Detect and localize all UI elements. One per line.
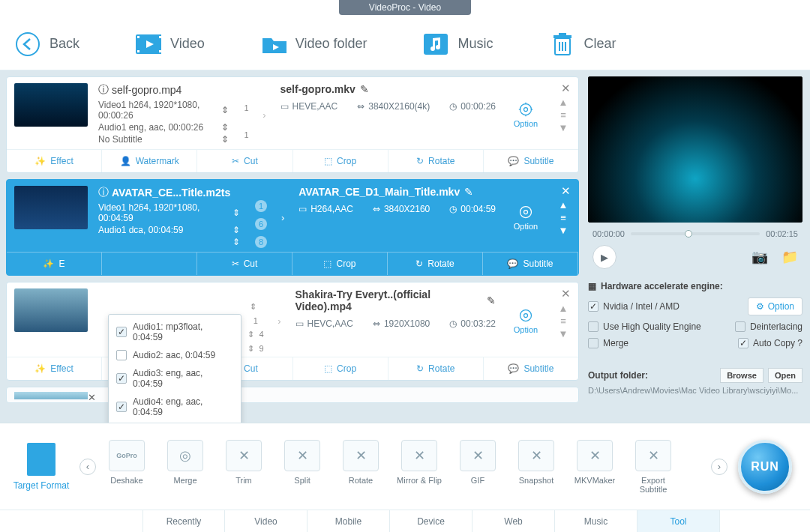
tool-label: Trim [236,476,252,485]
browse-button[interactable]: Browse [720,368,764,383]
edit-icon[interactable]: ✎ [464,186,473,198]
codec-option-button[interactable]: Option [506,288,545,354]
hw-option-button[interactable]: ⚙Option [748,297,802,315]
video-item[interactable]: ✕ ⇕ 1⇕ 4⇕ 9 › Shakira-Try Everyt..(offic… [6,282,579,381]
video-item-selected[interactable]: ✕ ⓘAVATAR_CE...Title.m2ts Video1 h264, 1… [6,179,579,276]
video-item-peek[interactable]: ✕ [6,387,579,403]
stepper-icon[interactable]: ⇕ [232,237,240,247]
tab-web[interactable]: Web [472,510,555,532]
codec-option-button[interactable]: Option [506,186,545,249]
open-folder-icon[interactable]: 📁 [782,249,798,265]
tool-mirror-flip[interactable]: ✕Mirror & Flip [393,440,446,494]
back-button[interactable]: Back [15,31,80,57]
tool-mkvmaker[interactable]: ✕MKVMaker [568,440,621,494]
resolution-value: 1920X1080 [384,318,430,329]
close-icon[interactable]: ✕ [88,392,96,398]
merge-checkbox[interactable] [588,338,598,348]
crop-button[interactable]: ⬚Crop [293,357,388,380]
crop-button[interactable]: ⬚Crop [292,253,388,275]
video-preview[interactable] [588,76,802,223]
close-icon[interactable]: ✕ [561,184,571,198]
gpu-checkbox[interactable]: ✓ [588,301,598,312]
tab-mobile[interactable]: Mobile [308,510,390,532]
watermark-button[interactable] [102,253,197,275]
add-video-folder-button[interactable]: + Video folder [261,31,368,57]
cut-button[interactable]: ✂Cut [197,150,292,172]
arrow-icon: › [278,186,288,249]
rotate-button[interactable]: ↻Rotate [388,253,483,275]
edit-icon[interactable]: ✎ [487,294,496,306]
tab-tool[interactable]: Tool [638,510,720,532]
seek-knob[interactable] [685,230,692,238]
watermark-button[interactable]: 👤Watermark [102,150,197,172]
codec-option-button[interactable]: Option [506,83,545,146]
back-label: Back [50,36,80,52]
subtitle-button[interactable]: 💬Subtitle [483,253,578,275]
rotate-button[interactable]: ↻Rotate [388,357,484,380]
audio-option[interactable]: Audio2: aac, 0:04:59 [109,346,241,364]
output-filename: self-gopro.mkv [280,83,356,95]
tab-music[interactable]: Music [555,510,638,532]
audio-option[interactable]: ✓Audio3: eng, aac, 0:04:59 [109,364,241,393]
autocopy-checkbox[interactable]: ✓ [738,338,748,348]
play-button[interactable]: ▶ [592,245,616,269]
info-icon[interactable]: ⓘ [98,186,109,199]
audio-option[interactable]: ✓Audio1: mp3float, 0:04:59 [109,318,241,346]
audio-stream-info: Audio1 eng, aac, 00:00:26 [98,122,203,133]
tab-recently[interactable]: Recently [142,510,225,532]
hq-checkbox[interactable] [588,321,598,332]
close-icon[interactable]: ✕ [561,82,571,95]
tab-video[interactable]: Video [225,510,308,532]
clear-button[interactable]: Clear [550,31,616,57]
output-info: self-gopro.mkv ✎ ▭HEVE,AAC ⇔3840X2160(4k… [280,83,496,146]
edit-icon[interactable]: ✎ [360,83,369,95]
audio-option[interactable]: Audio5: aac, 0:04:59 [109,421,241,423]
info-icon[interactable]: ⓘ [98,83,109,97]
target-format[interactable]: Target Format [8,443,75,491]
tool-deshake[interactable]: GoProDeshake [100,440,153,494]
crop-button[interactable]: ⬚Crop [293,150,388,172]
stepper-icon[interactable]: ⇕ [232,208,240,218]
stepper-icon[interactable]: ⇕ [232,225,240,235]
stepper-icon[interactable]: ⇕ [221,105,229,115]
tool-rotate[interactable]: ✕Rotate [334,440,387,494]
seek-track[interactable] [631,232,760,235]
svg-point-25 [524,314,528,318]
scroll-right-button[interactable]: › [711,459,728,475]
effect-button[interactable]: ✨Effect [7,357,102,380]
codec-icon: ▭ [298,204,307,214]
audio-stream-dropdown[interactable]: ✓Audio1: mp3float, 0:04:59 Audio2: aac, … [108,314,242,423]
audio-option[interactable]: ✓Audio4: eng, aac, 0:04:59 [109,393,241,421]
add-video-button[interactable]: + Video [136,31,205,57]
time-end: 00:02:15 [766,229,798,238]
tab-device[interactable]: Device [390,510,472,532]
effect-button[interactable]: ✨E [7,253,102,275]
cut-button[interactable]: ✂Cut [197,253,292,275]
svg-point-22 [520,206,532,217]
tool-split[interactable]: ✕Split [276,440,328,494]
back-icon [15,31,40,57]
effect-button[interactable]: ✨Effect [7,150,102,172]
duration-value: 00:03:22 [460,318,496,329]
gpu-label: Nvidia / Intel / AMD [603,301,680,312]
open-button[interactable]: Open [768,368,802,383]
tool-trim[interactable]: ✕Trim [218,440,270,494]
tool-export-subtitle[interactable]: ✕Export Subtitle [627,440,680,494]
tool-icon: ✕ [635,440,671,471]
tool-snapshot[interactable]: ✕Snapshot [510,440,562,494]
add-music-button[interactable]: + Music [424,31,494,57]
tool-merge[interactable]: ◎Merge [159,440,212,494]
rotate-button[interactable]: ↻Rotate [388,150,484,172]
close-icon[interactable]: ✕ [561,287,571,300]
video-item[interactable]: ✕ ⓘself-gopro.mp4 Video1 h264, 1920*1080… [6,76,579,173]
snapshot-icon[interactable]: 📷 [752,249,768,265]
scroll-left-button[interactable]: ‹ [80,459,96,475]
run-button[interactable]: RUN [738,440,792,494]
preview-timeline[interactable]: 00:00:00 00:02:15 [588,224,802,244]
stepper-icon[interactable]: ⇕ [221,134,229,145]
tool-gif[interactable]: ✕GIF [452,440,504,494]
subtitle-button[interactable]: 💬Subtitle [484,357,578,380]
stepper-icon[interactable]: ⇕ [221,122,229,133]
deinterlace-checkbox[interactable] [735,321,746,332]
subtitle-button[interactable]: 💬Subtitle [484,150,578,172]
